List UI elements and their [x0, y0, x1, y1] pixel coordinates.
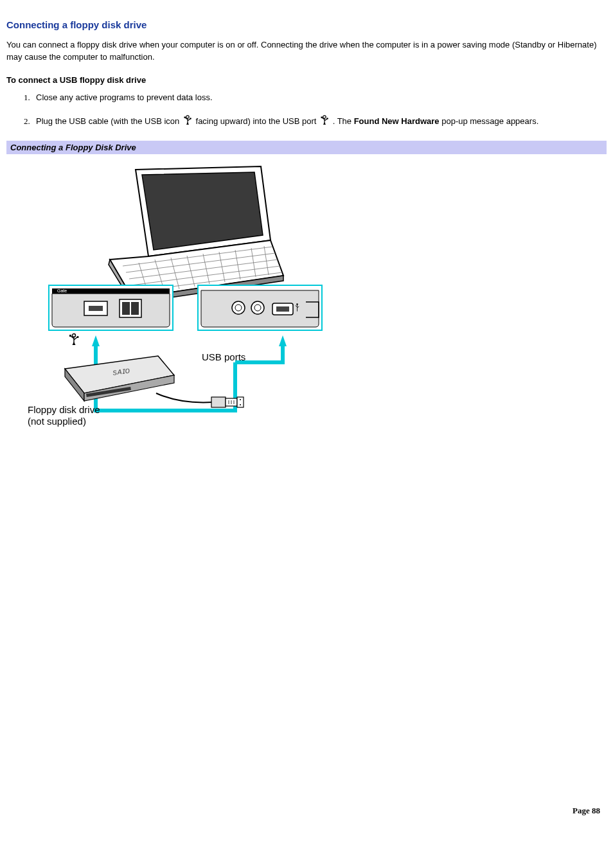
- step-2-text-end: pop-up message appears.: [441, 116, 538, 126]
- svg-rect-54: [237, 397, 244, 407]
- label-usb-ports: USB ports: [202, 351, 245, 362]
- right-port-zoom: [198, 285, 322, 355]
- intro-paragraph: You can connect a floppy disk drive when…: [6, 39, 607, 64]
- figure-caption: Connecting a Floppy Disk Drive: [6, 141, 607, 154]
- svg-rect-28: [131, 302, 139, 315]
- svg-point-0: [186, 116, 189, 118]
- svg-rect-46: [281, 345, 285, 355]
- step-2-text-after: . The: [333, 116, 354, 126]
- svg-point-56: [240, 404, 241, 405]
- svg-rect-2: [184, 117, 185, 118]
- steps-list: Close any active programs to prevent dat…: [6, 91, 607, 129]
- svg-marker-45: [279, 335, 287, 346]
- svg-rect-31: [94, 345, 98, 355]
- svg-point-7: [326, 118, 328, 120]
- svg-point-55: [240, 399, 241, 400]
- left-port-zoom: Gate: [49, 285, 173, 355]
- svg-point-4: [323, 116, 326, 118]
- svg-marker-30: [92, 335, 100, 346]
- step-2-text-mid: facing upward) into the USB port: [196, 116, 319, 126]
- floppy-drive-illustration: sᴀɪo: [65, 356, 244, 407]
- svg-point-3: [190, 118, 191, 120]
- label-floppy-line1: Floppy disk drive: [28, 404, 100, 415]
- page-number: Page 88: [573, 806, 600, 816]
- label-floppy-line2: (not supplied): [28, 416, 86, 427]
- svg-point-39: [251, 301, 264, 314]
- procedure-subheading: To connect a USB floppy disk drive: [6, 75, 607, 85]
- step-2: Plug the USB cable (with the USB icon fa…: [32, 115, 607, 129]
- svg-rect-49: [211, 397, 226, 407]
- svg-rect-34: [69, 335, 71, 337]
- step-1: Close any active programs to prevent dat…: [32, 91, 607, 104]
- svg-text:Gate: Gate: [57, 288, 67, 293]
- section-title: Connecting a floppy disk drive: [6, 19, 607, 30]
- usb-icon: [183, 115, 192, 129]
- usb-icon: [69, 333, 79, 345]
- svg-rect-25: [89, 306, 103, 311]
- svg-point-32: [73, 333, 76, 337]
- usb-icon: [320, 115, 329, 129]
- laptop-illustration: [109, 166, 283, 303]
- svg-rect-42: [276, 306, 289, 312]
- step-2-bold: Found New Hardware: [354, 116, 440, 126]
- svg-rect-27: [122, 302, 130, 315]
- svg-point-35: [76, 336, 78, 338]
- svg-rect-6: [321, 117, 323, 118]
- figure-diagram: Gate: [30, 157, 325, 427]
- step-2-text-pre: Plug the USB cable (with the USB icon: [36, 116, 182, 126]
- svg-rect-23: [52, 288, 170, 294]
- svg-point-37: [232, 301, 245, 314]
- svg-point-44: [296, 303, 298, 305]
